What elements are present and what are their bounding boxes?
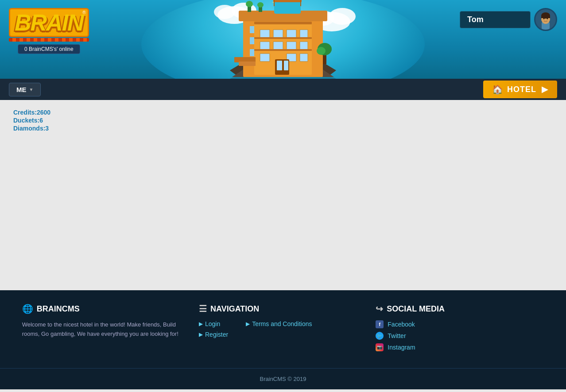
username-box: Tom xyxy=(460,11,531,28)
footer-instagram-link[interactable]: 📷 Instagram xyxy=(376,343,544,351)
copyright-text: BrainCMS © 2019 xyxy=(260,376,306,382)
terms-arrow-icon: ▶ xyxy=(246,321,250,327)
register-arrow-icon: ▶ xyxy=(199,331,203,338)
svg-rect-60 xyxy=(254,49,312,51)
footer-facebook-link[interactable]: f Facebook xyxy=(376,320,544,328)
main-content: Credits:2600 Duckets:6 Diamonds:3 xyxy=(0,100,566,290)
facebook-label: Facebook xyxy=(388,321,415,328)
credits-label: Credits: xyxy=(13,109,37,116)
avatar xyxy=(534,8,557,31)
credits-value: 2600 xyxy=(37,109,50,116)
username-display: Tom xyxy=(467,15,484,24)
navbar: ME ▼ 🏠 HOTEL xyxy=(0,79,566,100)
twitter-label: Twitter xyxy=(388,332,406,339)
svg-rect-51 xyxy=(300,42,308,50)
svg-rect-44 xyxy=(260,30,270,38)
instagram-icon: 📷 xyxy=(376,343,384,351)
footer-twitter-link[interactable]: 🐦 Twitter xyxy=(376,332,544,340)
logo-stripe xyxy=(9,38,89,42)
social-share-icon: ↪ xyxy=(376,304,383,314)
footer-social-title: ↪ SOCIAL MEDIA xyxy=(376,304,544,314)
svg-point-72 xyxy=(547,18,548,19)
svg-rect-35 xyxy=(274,0,301,14)
svg-rect-47 xyxy=(300,30,308,38)
footer-social-label: SOCIAL MEDIA xyxy=(387,304,445,314)
online-badge: 0 BrainCMS's' online xyxy=(18,44,80,54)
login-label: Login xyxy=(205,320,220,327)
footer-brand-label: BRAINCMS xyxy=(37,304,80,314)
footer-top: 🌐 BRAINCMS Welcome to the nicest hotel i… xyxy=(0,304,566,369)
svg-rect-48 xyxy=(260,42,270,50)
svg-rect-54 xyxy=(300,54,308,61)
footer-login-link[interactable]: ▶ Login xyxy=(199,320,228,327)
svg-rect-59 xyxy=(254,37,312,39)
login-arrow-icon: ▶ xyxy=(199,321,203,327)
svg-rect-70 xyxy=(541,15,550,18)
svg-rect-45 xyxy=(273,30,283,38)
footer-nav-col: ☰ NAVIGATION ▶ Login ▶ Register ▶ xyxy=(199,304,367,355)
twitter-icon: 🐦 xyxy=(376,332,384,340)
instagram-label: Instagram xyxy=(388,344,415,351)
logo-box: BRAIN ® xyxy=(9,8,89,37)
brand-globe-icon: 🌐 xyxy=(22,304,33,314)
user-area: Tom xyxy=(451,0,566,39)
svg-rect-49 xyxy=(273,42,283,50)
hotel-label: HOTEL xyxy=(507,85,536,94)
duckets-value: 6 xyxy=(39,117,43,124)
footer-register-link[interactable]: ▶ Register xyxy=(199,331,228,338)
svg-rect-58 xyxy=(254,22,312,24)
footer-nav-label: NAVIGATION xyxy=(210,304,259,314)
svg-rect-56 xyxy=(277,61,282,70)
facebook-icon: f xyxy=(376,320,384,328)
footer-bottom: BrainCMS © 2019 xyxy=(0,369,566,389)
footer: 🌐 BRAINCMS Welcome to the nicest hotel i… xyxy=(0,290,566,389)
svg-rect-57 xyxy=(284,61,288,70)
footer-brand-col: 🌐 BRAINCMS Welcome to the nicest hotel i… xyxy=(22,304,190,355)
footer-brand-title: 🌐 BRAINCMS xyxy=(22,304,190,314)
logo-trademark: ® xyxy=(82,10,85,15)
diamonds-value: 3 xyxy=(45,125,49,132)
me-label: ME xyxy=(16,86,27,93)
me-dropdown-button[interactable]: ME ▼ xyxy=(9,83,41,96)
stats-area: Credits:2600 Duckets:6 Diamonds:3 xyxy=(13,109,553,132)
hotel-button[interactable]: 🏠 HOTEL xyxy=(483,81,557,98)
svg-rect-52 xyxy=(260,54,270,61)
duckets-label: Duckets: xyxy=(13,117,39,124)
svg-rect-36 xyxy=(273,0,302,2)
register-label: Register xyxy=(205,331,228,338)
footer-nav-links: ▶ Login ▶ Register ▶ Terms and Condition… xyxy=(199,320,367,342)
svg-rect-46 xyxy=(287,30,296,38)
nav-menu-icon: ☰ xyxy=(199,304,207,314)
svg-point-12 xyxy=(214,5,235,19)
hotel-building xyxy=(190,0,376,79)
hotel-icon: 🏠 xyxy=(492,84,504,95)
svg-point-40 xyxy=(246,1,253,7)
footer-terms-link[interactable]: ▶ Terms and Conditions xyxy=(246,320,312,327)
me-dropdown-arrow: ▼ xyxy=(29,87,34,92)
svg-point-71 xyxy=(543,18,545,19)
footer-social-col: ↪ SOCIAL MEDIA f Facebook 🐦 Twitter 📷 In… xyxy=(376,304,544,355)
logo-area: BRAIN ® 0 BrainCMS's' online xyxy=(0,0,98,62)
svg-point-42 xyxy=(257,2,264,8)
footer-nav-title: ☰ NAVIGATION xyxy=(199,304,367,314)
diamonds-label: Diamonds: xyxy=(13,125,45,132)
header: BRAIN ® 0 BrainCMS's' online xyxy=(0,0,566,79)
footer-brand-desc: Welcome to the nicest hotel in the world… xyxy=(22,320,190,339)
duckets-line: Duckets:6 xyxy=(13,117,553,124)
diamonds-line: Diamonds:3 xyxy=(13,125,553,132)
svg-rect-62 xyxy=(239,61,256,66)
svg-point-65 xyxy=(317,47,326,55)
terms-label: Terms and Conditions xyxy=(252,320,312,327)
svg-rect-50 xyxy=(287,42,296,50)
credits-line: Credits:2600 xyxy=(13,109,553,116)
logo-text: BRAIN xyxy=(15,11,83,34)
